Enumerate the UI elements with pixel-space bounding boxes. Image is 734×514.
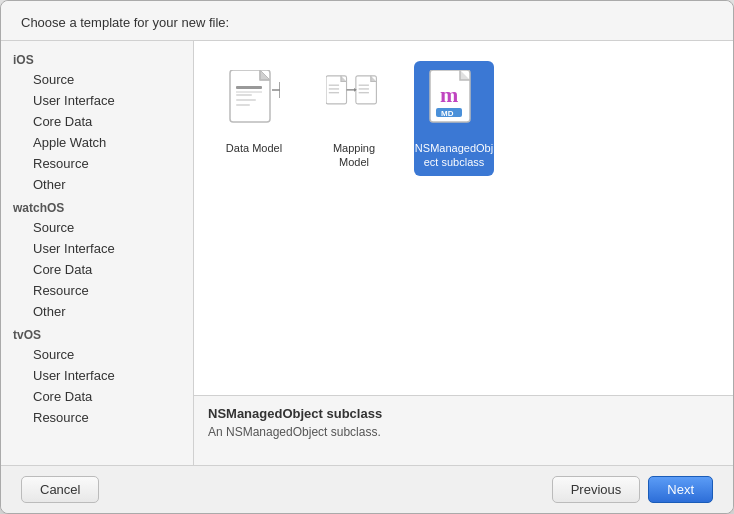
- dialog-header-title: Choose a template for your new file:: [21, 15, 229, 30]
- nsmanaged-label: NSManagedObject subclass: [415, 141, 493, 170]
- sidebar-group-ios: iOS: [1, 47, 193, 69]
- svg-rect-4: [236, 99, 256, 101]
- mapping-model-icon: [326, 67, 382, 137]
- sidebar-item-watchos-source[interactable]: Source: [5, 217, 189, 238]
- icon-grid: Data Model: [194, 41, 733, 395]
- data-model-label: Data Model: [226, 141, 282, 155]
- dialog-body: iOS Source User Interface Core Data Appl…: [1, 41, 733, 465]
- sidebar-item-ios-ui[interactable]: User Interface: [5, 90, 189, 111]
- svg-rect-1: [236, 86, 262, 89]
- sidebar-group-tvos: tvOS: [1, 322, 193, 344]
- cancel-button[interactable]: Cancel: [21, 476, 99, 503]
- description-area: NSManagedObject subclass An NSManagedObj…: [194, 395, 733, 465]
- sidebar-item-watchos-other[interactable]: Other: [5, 301, 189, 322]
- svg-text:MD: MD: [441, 109, 454, 118]
- sidebar-item-watchos-ui[interactable]: User Interface: [5, 238, 189, 259]
- previous-button[interactable]: Previous: [552, 476, 641, 503]
- svg-text:m: m: [440, 82, 458, 107]
- nsmanaged-icon: m MD: [426, 67, 482, 137]
- template-item-mapping-model[interactable]: Mapping Model: [314, 61, 394, 176]
- svg-rect-3: [236, 94, 252, 96]
- sidebar: iOS Source User Interface Core Data Appl…: [1, 41, 194, 465]
- template-item-data-model[interactable]: Data Model: [214, 61, 294, 161]
- description-text: An NSManagedObject subclass.: [208, 425, 719, 439]
- mapping-model-label: Mapping Model: [320, 141, 388, 170]
- dialog-footer: Cancel Previous Next: [1, 465, 733, 513]
- sidebar-item-tvos-ui[interactable]: User Interface: [5, 365, 189, 386]
- description-title: NSManagedObject subclass: [208, 406, 719, 421]
- footer-right: Previous Next: [552, 476, 713, 503]
- sidebar-item-ios-other[interactable]: Other: [5, 174, 189, 195]
- next-button[interactable]: Next: [648, 476, 713, 503]
- template-dialog: Choose a template for your new file: iOS…: [0, 0, 734, 514]
- svg-rect-5: [236, 104, 250, 106]
- sidebar-item-ios-applewatch[interactable]: Apple Watch: [5, 132, 189, 153]
- dialog-header: Choose a template for your new file:: [1, 1, 733, 41]
- sidebar-item-ios-resource[interactable]: Resource: [5, 153, 189, 174]
- sidebar-item-watchos-coredata[interactable]: Core Data: [5, 259, 189, 280]
- sidebar-item-tvos-resource[interactable]: Resource: [5, 407, 189, 428]
- data-model-icon: [226, 67, 282, 137]
- template-item-nsmanaged[interactable]: m MD NSManagedObject subclass: [414, 61, 494, 176]
- sidebar-item-ios-source[interactable]: Source: [5, 69, 189, 90]
- content-area: Data Model: [194, 41, 733, 465]
- sidebar-item-watchos-resource[interactable]: Resource: [5, 280, 189, 301]
- sidebar-item-tvos-source[interactable]: Source: [5, 344, 189, 365]
- sidebar-group-watchos: watchOS: [1, 195, 193, 217]
- sidebar-item-tvos-coredata[interactable]: Core Data: [5, 386, 189, 407]
- sidebar-item-ios-coredata[interactable]: Core Data: [5, 111, 189, 132]
